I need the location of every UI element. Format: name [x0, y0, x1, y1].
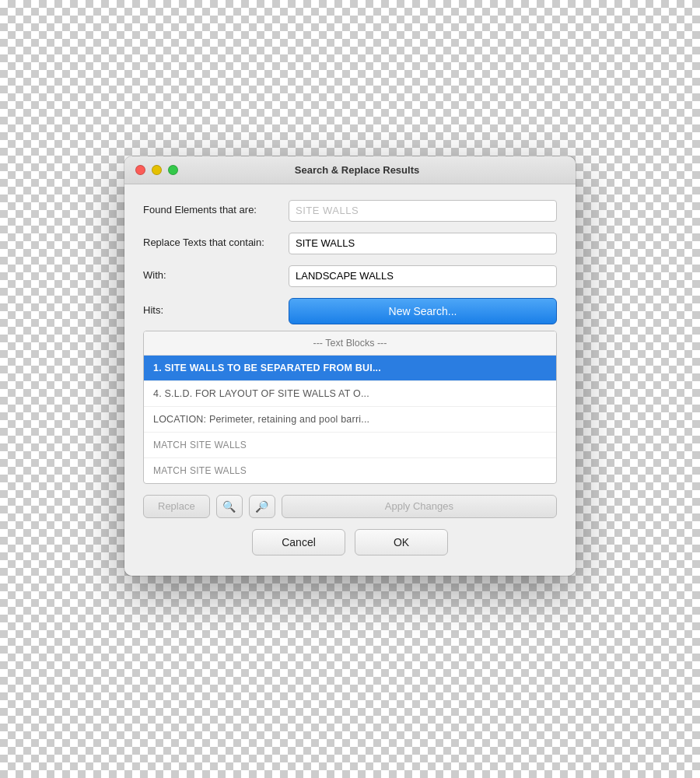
apply-changes-button[interactable]: Apply Changes	[282, 495, 557, 518]
search-zoom-in-button[interactable]: 🔍	[216, 495, 243, 518]
found-elements-label: Found Elements that are:	[143, 203, 279, 217]
with-input[interactable]	[289, 265, 557, 287]
main-action-buttons: Cancel OK	[143, 529, 557, 560]
dialog-content: Found Elements that are: Replace Texts t…	[124, 184, 576, 576]
search-replace-dialog: Search & Replace Results Found Elements …	[124, 156, 576, 576]
list-item[interactable]: 4. S.L.D. FOR LAYOUT OF SITE WALLS AT O.…	[144, 381, 556, 407]
results-list: --- Text Blocks --- 1. SITE WALLS TO BE …	[143, 331, 557, 484]
title-bar: Search & Replace Results	[124, 156, 576, 184]
replace-texts-input[interactable]	[289, 233, 557, 254]
list-item[interactable]: LOCATION: Perimeter, retaining and pool …	[144, 407, 556, 433]
ok-button[interactable]: OK	[355, 529, 448, 555]
found-elements-row: Found Elements that are:	[143, 200, 557, 222]
new-search-button[interactable]: New Search...	[289, 298, 557, 324]
replace-texts-label: Replace Texts that contain:	[143, 236, 279, 250]
bottom-action-row: Replace 🔍 🔎 Apply Changes	[143, 495, 557, 518]
new-search-row: Hits: New Search...	[143, 298, 557, 324]
search-zoom-out-button[interactable]: 🔎	[249, 495, 275, 518]
with-label: With:	[143, 268, 279, 282]
list-item[interactable]: MATCH SITE WALLS	[144, 433, 556, 458]
with-row: With:	[143, 265, 557, 287]
list-item[interactable]: MATCH SITE WALLS	[144, 458, 556, 483]
found-elements-input[interactable]	[289, 200, 557, 222]
list-item[interactable]: 1. SITE WALLS TO BE SEPARATED FROM BUI..…	[144, 356, 556, 381]
window-title: Search & Replace Results	[149, 164, 565, 176]
hits-label: Hits:	[143, 303, 279, 317]
close-button[interactable]	[135, 165, 145, 175]
list-header: --- Text Blocks ---	[144, 331, 556, 356]
search-zoom-in-icon: 🔍	[222, 500, 236, 513]
replace-texts-row: Replace Texts that contain:	[143, 233, 557, 254]
search-zoom-out-icon: 🔎	[255, 500, 268, 513]
replace-button[interactable]: Replace	[143, 495, 210, 518]
cancel-button[interactable]: Cancel	[252, 529, 345, 555]
